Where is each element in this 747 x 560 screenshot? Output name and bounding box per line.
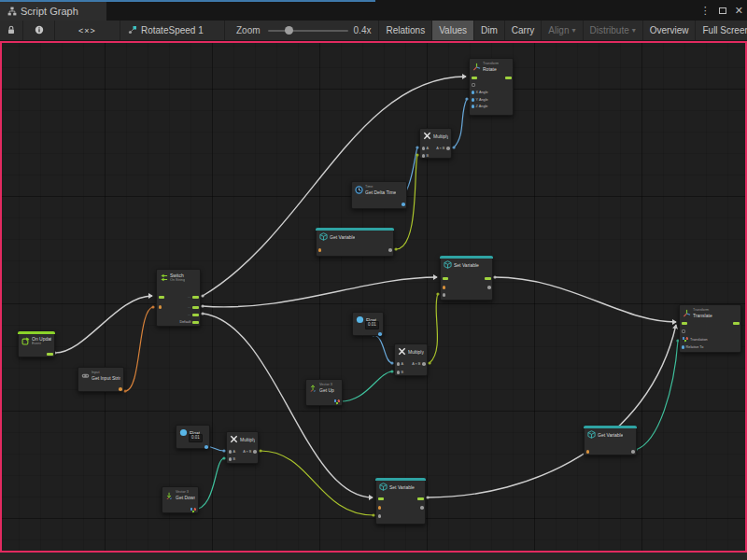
graph-toolbar: <×> RotateSpeed 1 Zoom 0.4x RelationsVal… bbox=[0, 21, 747, 41]
flow-port[interactable] bbox=[378, 497, 385, 500]
info-button[interactable] bbox=[23, 21, 55, 40]
flow-port[interactable] bbox=[682, 322, 688, 325]
value-input-field[interactable]: 0.01 bbox=[365, 321, 379, 329]
set-variable-mid-node[interactable]: Set Variable bbox=[440, 256, 493, 301]
get-variable-top-node[interactable]: Get Variable bbox=[316, 228, 394, 257]
node-type-label: Transform bbox=[483, 62, 499, 66]
vector3-port[interactable] bbox=[333, 399, 341, 405]
flow-port[interactable] bbox=[485, 277, 491, 280]
flow-port[interactable] bbox=[443, 277, 449, 280]
toolbar-button-full-screen[interactable]: Full Screen bbox=[695, 21, 747, 40]
flow-port[interactable] bbox=[505, 77, 512, 79]
port-row bbox=[21, 351, 53, 357]
float-port[interactable] bbox=[472, 91, 475, 94]
port-left-group: B bbox=[397, 371, 404, 374]
value-port[interactable] bbox=[253, 450, 257, 454]
window-maximize-icon[interactable] bbox=[719, 7, 726, 14]
float-port[interactable] bbox=[378, 332, 382, 336]
toolbar-button-values[interactable]: Values bbox=[431, 21, 473, 40]
toolbar-button-carry[interactable]: Carry bbox=[504, 21, 541, 40]
value-port[interactable] bbox=[229, 450, 233, 454]
rotate-node[interactable]: TransformRotateX AngleY AngleZ Angle bbox=[469, 58, 514, 116]
string-port[interactable] bbox=[378, 506, 382, 510]
string-port[interactable] bbox=[443, 286, 446, 289]
window-menu-icon[interactable]: ⋮ bbox=[700, 6, 711, 16]
flow-port[interactable] bbox=[192, 306, 199, 309]
float-bottom-node[interactable]: Float0.01 bbox=[176, 425, 210, 449]
value-port[interactable] bbox=[422, 154, 426, 158]
value-port[interactable] bbox=[420, 506, 424, 510]
port-row: AA × B bbox=[422, 146, 450, 151]
flow-port[interactable] bbox=[192, 296, 199, 299]
flow-port[interactable] bbox=[472, 77, 478, 79]
value-port[interactable] bbox=[446, 147, 450, 150]
get-variable-right-node[interactable]: Get Variable bbox=[584, 426, 637, 455]
multiply-bottom-node[interactable]: MultiplyAA × BB bbox=[226, 431, 259, 464]
multiply-top-node[interactable]: MultiplyAA × BB bbox=[419, 128, 452, 159]
set-variable-bottom-node[interactable]: Set Variable bbox=[375, 478, 426, 525]
float-port[interactable] bbox=[682, 345, 685, 349]
toolbar-button-distribute[interactable]: Distribute bbox=[583, 21, 642, 40]
value-port[interactable] bbox=[229, 457, 233, 461]
get-down-node[interactable]: Vector 3Get Down bbox=[162, 486, 199, 513]
string-port[interactable] bbox=[318, 248, 322, 252]
string-port[interactable] bbox=[119, 387, 122, 391]
value-port[interactable] bbox=[487, 286, 491, 289]
input-icon bbox=[81, 371, 90, 380]
switch-on-string-node[interactable]: SwitchOn String………Default bbox=[156, 269, 201, 327]
flow-port[interactable] bbox=[159, 296, 165, 299]
graph-canvas[interactable]: On UpdateEventInputGet Input StringSwitc… bbox=[0, 42, 747, 552]
toolbar-button-overview[interactable]: Overview bbox=[642, 21, 696, 40]
value-port[interactable] bbox=[397, 362, 401, 366]
port-right-group bbox=[631, 450, 635, 454]
flow-port[interactable] bbox=[192, 321, 199, 324]
zoom-slider[interactable] bbox=[268, 21, 348, 40]
graph-asset-chip[interactable]: RotateSpeed 1 bbox=[120, 21, 225, 40]
target-port[interactable] bbox=[682, 329, 685, 333]
window-bottom-strip bbox=[0, 553, 747, 560]
string-port[interactable] bbox=[586, 450, 590, 454]
node-titles: Set Variable bbox=[389, 484, 415, 490]
float-port[interactable] bbox=[472, 98, 475, 102]
value-port[interactable] bbox=[397, 371, 401, 374]
variable-icon bbox=[587, 430, 596, 439]
value-port[interactable] bbox=[631, 450, 635, 454]
port-right-group bbox=[487, 286, 491, 289]
window-close-icon[interactable]: ✕ bbox=[735, 6, 743, 16]
toolbar-button-align[interactable]: Align bbox=[541, 21, 582, 40]
port-row bbox=[472, 75, 512, 80]
value-port[interactable] bbox=[388, 248, 392, 252]
string-port[interactable] bbox=[159, 305, 162, 309]
flow-port[interactable] bbox=[417, 497, 424, 500]
vector3-port[interactable] bbox=[190, 508, 197, 513]
node-header: SwitchOn String bbox=[157, 270, 200, 283]
toolbar-button-dim[interactable]: Dim bbox=[473, 21, 504, 40]
on-update-node[interactable]: On UpdateEvent bbox=[18, 331, 55, 357]
flow-port[interactable] bbox=[733, 322, 740, 325]
value-port[interactable] bbox=[443, 293, 446, 297]
value-port[interactable] bbox=[422, 362, 426, 366]
flow-port[interactable] bbox=[192, 314, 199, 316]
translate-node[interactable]: TransformTranslateTranslationRelative To bbox=[679, 304, 741, 353]
float-port[interactable] bbox=[402, 203, 405, 206]
vector3-port[interactable] bbox=[682, 337, 689, 343]
value-port[interactable] bbox=[422, 147, 426, 150]
get-up-node[interactable]: Vector 3Get Up bbox=[305, 379, 343, 406]
lock-button[interactable] bbox=[0, 21, 23, 40]
node-titles: TimeGet Delta Time bbox=[365, 185, 396, 195]
flow-port[interactable] bbox=[47, 353, 53, 356]
float-port[interactable] bbox=[204, 445, 208, 449]
float-mid-node[interactable]: Float0.01 bbox=[352, 312, 384, 336]
code-view-button[interactable]: <×> bbox=[55, 21, 120, 40]
zoom-slider-handle[interactable] bbox=[285, 26, 293, 35]
float-port[interactable] bbox=[472, 105, 475, 108]
target-port[interactable] bbox=[472, 83, 475, 87]
tab-script-graph[interactable]: Script Graph bbox=[0, 2, 106, 21]
multiply-mid-node[interactable]: MultiplyAA × BB bbox=[394, 343, 428, 376]
get-input-string-node[interactable]: InputGet Input String bbox=[78, 367, 124, 392]
port-right-group: … bbox=[188, 295, 199, 299]
get-delta-time-node[interactable]: TimeGet Delta Time bbox=[351, 181, 407, 209]
value-input-field[interactable]: 0.01 bbox=[189, 434, 203, 442]
toolbar-button-relations[interactable]: Relations bbox=[378, 21, 431, 40]
value-port[interactable] bbox=[378, 514, 382, 518]
